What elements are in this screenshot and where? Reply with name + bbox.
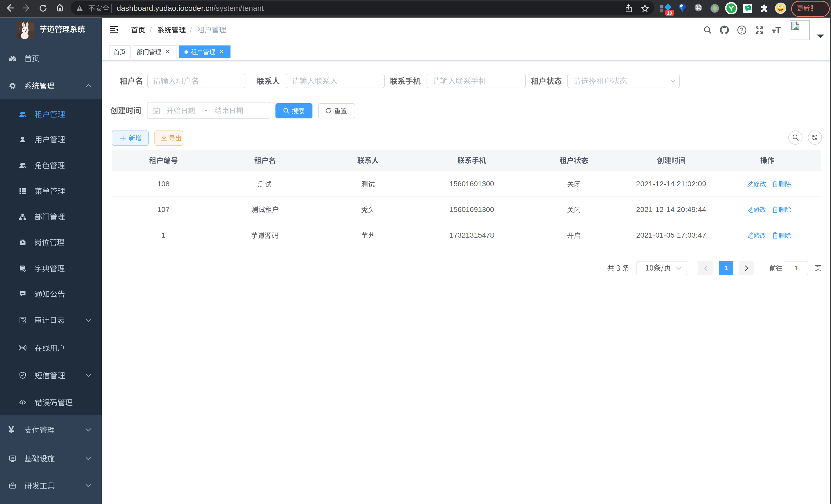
svg-text:10: 10 (667, 10, 672, 16)
